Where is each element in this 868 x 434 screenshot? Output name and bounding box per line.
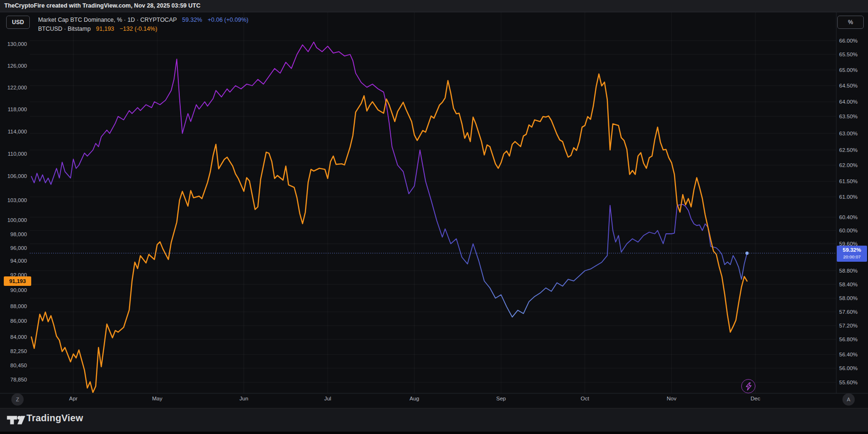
- dominance-badge-price: 59.32%: [837, 247, 867, 254]
- right-axis-tick-label: 65.00%: [839, 67, 858, 73]
- right-axis-tick-label: 57.20%: [839, 323, 858, 328]
- right-price-scale[interactable]: 66.00%65.50%65.00%64.50%64.00%63.50%63.0…: [839, 38, 858, 385]
- right-axis-tick-label: 64.00%: [839, 99, 858, 105]
- attribution-bar: TheCryptoFire created with TradingView.c…: [0, 0, 868, 12]
- right-axis-tick-label: 60.00%: [839, 228, 858, 233]
- left-axis-tick-label: 86,000: [10, 318, 27, 324]
- legend-row-btcusd[interactable]: BTCUSD · Bitstamp 91,193 −132 (-0.14%): [38, 25, 248, 34]
- left-axis-tick-label: 78,850: [10, 377, 27, 382]
- left-price-scale[interactable]: 130,000126,000122,000118,000114,000110,0…: [7, 41, 27, 382]
- right-axis-tick-label: 58.40%: [839, 282, 858, 287]
- time-axis-month-label: Sep: [496, 396, 506, 401]
- btcusd-last-price-badge: 91,193: [4, 276, 31, 286]
- left-axis-tick-label: 98,000: [10, 231, 27, 237]
- dominance-badge-countdown: 20:00:07: [837, 254, 867, 260]
- dominance-last-price-badge: 59.32% 20:00:07: [837, 246, 867, 262]
- time-axis-month-label: Jun: [239, 396, 248, 401]
- chart-legend: USD Market Cap BTC Dominance, % · 1D · C…: [6, 16, 248, 34]
- left-axis-tick-label: 103,000: [7, 197, 27, 203]
- right-axis-tick-label: 64.50%: [839, 83, 858, 89]
- btcusd-symbol-label: BTCUSD · Bitstamp: [38, 26, 90, 32]
- right-axis-tick-label: 66.00%: [839, 38, 858, 44]
- btcusd-last-value: 91,193: [96, 26, 114, 32]
- dominance-symbol-label: Market Cap BTC Dominance, % · 1D · CRYPT…: [38, 17, 176, 23]
- left-axis-tick-label: 96,000: [10, 245, 27, 251]
- btcusd-change: −132 (-0.14%): [120, 26, 158, 32]
- percent-unit-button[interactable]: %: [837, 16, 864, 29]
- attribution-text: TheCryptoFire created with TradingView.c…: [4, 2, 201, 9]
- left-axis-tick-label: 88,000: [10, 303, 27, 309]
- last-point-dot: [745, 252, 749, 255]
- right-axis-tick-label: 62.50%: [839, 147, 858, 153]
- footer-toolbar: TradingView: [0, 408, 868, 432]
- right-axis-tick-label: 63.50%: [839, 114, 858, 119]
- lightning-icon: [745, 382, 752, 390]
- timezone-button[interactable]: Z: [11, 393, 24, 406]
- right-axis-tick-label: 63.00%: [839, 131, 858, 136]
- left-axis-tick-label: 106,000: [7, 173, 27, 179]
- right-axis-tick-label: 56.00%: [839, 365, 858, 371]
- left-axis-tick-label: 130,000: [7, 41, 27, 47]
- right-axis-tick-label: 55.60%: [839, 380, 858, 385]
- left-axis-tick-label: 84,000: [10, 334, 27, 340]
- price-chart[interactable]: 130,000126,000122,000118,000114,000110,0…: [0, 12, 868, 408]
- right-axis-tick-label: 61.50%: [839, 178, 858, 184]
- dominance-line-series[interactable]: [31, 42, 747, 317]
- tradingview-logo-icon[interactable]: [7, 414, 26, 427]
- right-axis-tick-label: 56.40%: [839, 352, 858, 357]
- left-axis-tick-label: 114,000: [8, 129, 27, 134]
- tradingview-brand-text[interactable]: TradingView: [26, 413, 83, 424]
- left-axis-tick-label: 100,000: [7, 217, 27, 223]
- time-axis-month-label: Nov: [667, 396, 677, 401]
- right-axis-tick-label: 65.50%: [839, 52, 858, 57]
- left-axis-tick-label: 110,000: [8, 151, 27, 157]
- auto-scale-button[interactable]: A: [842, 393, 855, 406]
- time-axis-month-label: Oct: [581, 396, 590, 401]
- time-axis-month-label: Jul: [324, 396, 331, 401]
- left-axis-tick-label: 80,450: [10, 363, 27, 368]
- left-axis-tick-label: 126,000: [7, 63, 27, 69]
- right-axis-tick-label: 62.00%: [839, 162, 858, 168]
- left-axis-tick-label: 122,000: [7, 85, 27, 90]
- bottom-strip: [0, 432, 868, 434]
- right-axis-tick-label: 60.40%: [839, 214, 858, 220]
- currency-button[interactable]: USD: [6, 16, 30, 29]
- boost-button[interactable]: [741, 379, 755, 393]
- right-axis-tick-label: 57.60%: [839, 309, 858, 315]
- legend-row-dominance[interactable]: Market Cap BTC Dominance, % · 1D · CRYPT…: [38, 16, 248, 25]
- right-axis-tick-label: 58.80%: [839, 268, 858, 274]
- tradingview-chart-page: TheCryptoFire created with TradingView.c…: [0, 0, 868, 434]
- right-axis-tick-label: 58.00%: [839, 295, 858, 301]
- right-axis-tick-label: 56.80%: [839, 337, 858, 342]
- time-axis-month-label: Aug: [410, 396, 419, 401]
- left-axis-tick-label: 118,000: [8, 106, 27, 112]
- time-axis-month-label: Dec: [751, 396, 761, 401]
- time-scale[interactable]: AprMayJunJulAugSepOctNovDec: [69, 396, 760, 401]
- right-axis-tick-label: 61.00%: [839, 194, 858, 200]
- time-axis-month-label: Apr: [69, 396, 78, 401]
- left-axis-tick-label: 94,000: [10, 258, 27, 264]
- dominance-last-value: 59.32%: [182, 17, 202, 23]
- left-axis-tick-label: 90,000: [10, 287, 27, 293]
- left-axis-tick-label: 82,250: [10, 348, 27, 354]
- dominance-change: +0.06 (+0.09%): [208, 17, 248, 23]
- time-axis-month-label: May: [152, 396, 162, 401]
- legend-rows: Market Cap BTC Dominance, % · 1D · CRYPT…: [38, 16, 248, 34]
- grid: [30, 12, 836, 393]
